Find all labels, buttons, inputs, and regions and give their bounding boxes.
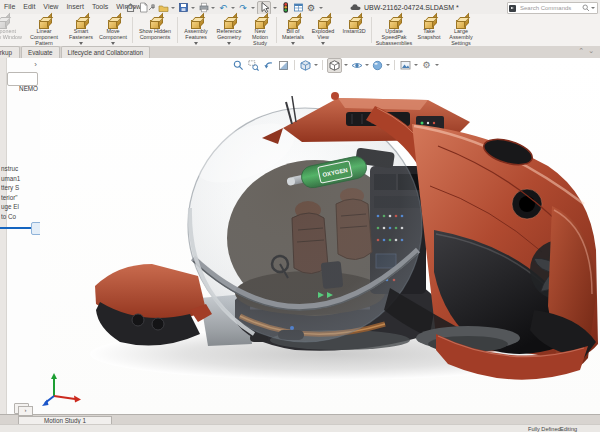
status-bar: Fully Defined Editing Assembly (0, 424, 600, 432)
instant3d-button[interactable]: Instant3D (339, 14, 369, 46)
tree-root-item[interactable]: NEMO (0, 85, 38, 92)
status-fully-defined: Fully Defined (528, 426, 561, 432)
tree-items: nstruc uman1 ttery S terior" uge El to C… (1, 164, 40, 222)
quick-access-toolbar: ↶ ↷ ⚙ (124, 1, 324, 14)
dropdown-caret[interactable] (227, 42, 231, 45)
new-motion-study-icon (254, 16, 267, 28)
new-motion-study-button[interactable]: New Motion Study (246, 14, 274, 46)
main-area: › NEMO nstruc uman1 ttery S terior" uge … (0, 58, 600, 414)
take-snapshot-icon (423, 16, 436, 28)
tree-filter-box[interactable] (7, 72, 38, 86)
large-assembly-settings-button[interactable]: Large Assembly Settings (444, 14, 478, 46)
large-assembly-settings-icon (455, 16, 468, 28)
linear-component-pattern-button[interactable]: Linear Component Pattern (22, 14, 66, 46)
home-icon[interactable] (124, 2, 136, 14)
ribbon-pin-icon[interactable]: ⌄ (588, 47, 594, 55)
search-icon[interactable] (582, 4, 590, 12)
save-icon[interactable] (177, 2, 189, 14)
dropdown-caret[interactable] (111, 42, 115, 45)
options-caret[interactable] (319, 7, 323, 9)
solidworks-window: File Edit View Insert Tools Window ↶ ↷ (0, 0, 600, 432)
dropdown-caret[interactable] (321, 42, 325, 45)
menu-tools[interactable]: Tools (88, 0, 112, 14)
smart-fasteners-button[interactable]: Smart Fasteners (66, 14, 96, 46)
triad-x-axis (74, 396, 81, 403)
ribbon-collapse-icon[interactable]: ⌃ (578, 47, 584, 55)
save-caret[interactable] (191, 7, 195, 9)
redo-caret[interactable] (251, 7, 255, 9)
select-arrow-icon[interactable] (257, 1, 271, 15)
linear-component-pattern-icon (38, 16, 51, 28)
exploded-view-icon (317, 16, 330, 28)
options-gear-icon[interactable]: ⚙ (305, 2, 317, 14)
reference-geometry-button[interactable]: Reference Geometry (212, 14, 246, 46)
undo-caret[interactable] (231, 7, 235, 9)
triad-y-axis (51, 373, 57, 379)
file-properties-icon[interactable] (292, 2, 304, 14)
dropdown-caret[interactable] (291, 42, 295, 45)
tab-markup[interactable]: Markup (0, 46, 20, 58)
command-manager: Component Preview Window Linear Componen… (0, 14, 600, 47)
search-caret[interactable] (591, 7, 595, 9)
tree-item[interactable]: terior" (1, 193, 40, 203)
tree-item[interactable]: uge El (1, 202, 40, 212)
open-document-caret[interactable] (171, 7, 175, 9)
bill-of-materials-icon (287, 16, 300, 28)
exploded-view-button[interactable]: Exploded View (307, 14, 339, 46)
component-preview-window-button[interactable]: Component Preview Window (0, 14, 22, 46)
reference-triad (40, 370, 84, 408)
tree-item[interactable]: to Co (1, 212, 40, 222)
show-hidden-components-icon (149, 16, 162, 28)
tab-evaluate[interactable]: Evaluate (21, 46, 60, 58)
assembly-features-icon (190, 16, 203, 28)
dropdown-caret[interactable] (79, 42, 83, 45)
update-speedpak-subassemblies-button[interactable]: Update SpeedPak Subassemblies (374, 14, 414, 46)
feature-manager-panel: › NEMO nstruc uman1 ttery S terior" uge … (0, 58, 41, 414)
command-manager-tabs: Markup Evaluate Lifecycle and Collaborat… (0, 46, 600, 58)
ribbon-separator (177, 17, 178, 43)
menu-view[interactable]: View (39, 0, 62, 14)
undo-icon[interactable]: ↶ (217, 2, 229, 14)
component-preview-window-icon (0, 16, 9, 28)
update-speedpak-icon (388, 16, 401, 28)
search-input[interactable] (518, 4, 582, 12)
bill-of-materials-button[interactable]: Bill of Materials (279, 14, 307, 46)
print-caret[interactable] (211, 7, 215, 9)
search-commands-box (507, 2, 598, 14)
ribbon-separator (371, 17, 372, 43)
smart-fasteners-icon (75, 16, 88, 28)
panel-expand-chevron-icon[interactable]: › (34, 61, 37, 69)
instant3d-icon (348, 16, 361, 28)
print-icon[interactable] (197, 2, 209, 14)
dropdown-caret[interactable] (194, 42, 198, 45)
ribbon-separator (132, 17, 133, 43)
tree-item[interactable]: ttery S (1, 183, 40, 193)
new-document-icon[interactable] (137, 2, 149, 14)
take-snapshot-button[interactable]: Take Snapshot (414, 14, 444, 46)
move-component-icon (107, 16, 120, 28)
tree-item[interactable]: uman1 (1, 174, 40, 184)
tree-item[interactable]: nstruc (1, 164, 40, 174)
show-hidden-components-button[interactable]: Show Hidden Components (135, 14, 175, 46)
menu-edit[interactable]: Edit (19, 0, 39, 14)
tab-lifecycle-and-collaboration[interactable]: Lifecycle and Collaboration (61, 46, 151, 58)
3d-model-viewport[interactable]: OXYGEN (40, 58, 600, 414)
select-caret[interactable] (273, 7, 277, 9)
reference-geometry-icon (223, 16, 236, 28)
motionmanager-expand-button[interactable]: › (18, 406, 33, 416)
status-editing-assembly: Editing Assembly (560, 426, 600, 432)
move-component-button[interactable]: Move Component (96, 14, 130, 46)
graphics-viewport[interactable]: ⚙ (40, 58, 600, 414)
rebuild-traffic-light-icon[interactable] (279, 2, 291, 14)
window-title-area: UBW-21162-04724.SLDASM * (350, 0, 459, 14)
ribbon-separator (276, 17, 277, 43)
redo-icon[interactable]: ↷ (237, 2, 249, 14)
menu-insert[interactable]: Insert (62, 0, 88, 14)
new-document-caret[interactable] (151, 7, 155, 9)
assembly-features-button[interactable]: Assembly Features (180, 14, 212, 46)
cloud-icon (350, 3, 361, 11)
feature-manager-strip (0, 58, 7, 414)
solidworks-logo-icon (509, 5, 516, 12)
document-title: UBW-21162-04724.SLDASM * (364, 4, 459, 11)
